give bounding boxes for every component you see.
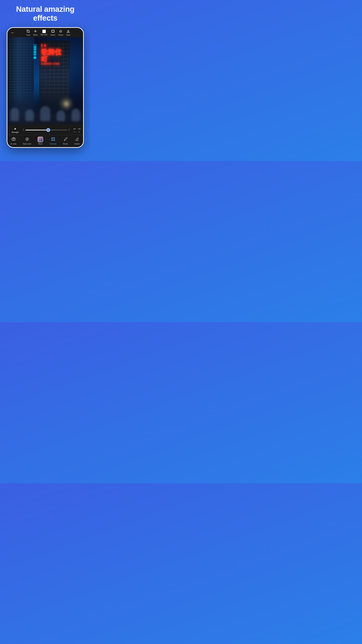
undo-icon: ↩ bbox=[73, 127, 76, 131]
slider-next-button[interactable]: 》 bbox=[68, 128, 71, 132]
ai-auto-tool[interactable]: AI auto bbox=[10, 137, 16, 145]
svg-point-4 bbox=[14, 138, 15, 139]
redo-icon: ↪ bbox=[78, 127, 80, 131]
entire-icon bbox=[51, 30, 55, 34]
reset-label: Reset bbox=[58, 34, 63, 36]
svg-point-6 bbox=[27, 138, 28, 140]
bg-color-icon bbox=[42, 30, 46, 33]
save-tool[interactable]: Save bbox=[66, 30, 70, 36]
strength-sun-icon: ✦ bbox=[14, 127, 16, 131]
toolbar: ← Crop bbox=[7, 28, 83, 37]
image-area: カラオケ館 I ♥ 歌舞伎 町 KABUKI-CHO bbox=[7, 37, 83, 124]
phone-frame: ← Crop bbox=[7, 27, 84, 148]
reset-icon bbox=[59, 30, 62, 34]
person-3 bbox=[40, 106, 50, 121]
slider-fill bbox=[25, 130, 48, 130]
eraser-tool[interactable]: Eraser bbox=[74, 137, 80, 145]
controls-area: ✦ Strength 《 》 ↩ 0 ↪ 0 bbox=[7, 124, 83, 135]
karaoke-sign: カラオケ館 bbox=[33, 44, 37, 55]
strength-tool[interactable]: Strength bbox=[50, 137, 57, 145]
blur1-thumbnail bbox=[38, 137, 43, 142]
brush-icon bbox=[63, 137, 68, 142]
person-5 bbox=[72, 108, 80, 121]
blur1-thumb-image bbox=[38, 137, 43, 142]
auto-color-label: Auto color bbox=[23, 143, 31, 145]
person-1 bbox=[10, 108, 19, 121]
neon-kabukicho-sign: I ♥ 歌舞伎 町 KABUKI-CHO bbox=[41, 43, 61, 65]
entire-tool[interactable]: Entire bbox=[50, 30, 55, 36]
heart-icon: ♥ bbox=[44, 43, 46, 48]
auto-color-icon bbox=[25, 137, 29, 142]
toolbar-tools: Crop Move Bg color bbox=[16, 30, 81, 36]
back-button[interactable]: ← bbox=[10, 30, 16, 35]
svg-rect-8 bbox=[53, 138, 55, 139]
strength-tool-label: Strength bbox=[50, 143, 57, 145]
entire-label: Entire bbox=[50, 34, 55, 36]
bg-color-label: Bg color bbox=[41, 34, 47, 36]
auto-color-tool[interactable]: Auto color bbox=[23, 137, 31, 145]
bg-color-tool[interactable]: Bg color bbox=[41, 30, 47, 36]
blur1-label: Blur1 bbox=[38, 143, 43, 145]
svg-rect-7 bbox=[51, 138, 53, 139]
person-2 bbox=[25, 110, 34, 121]
bottom-toolbar: AI auto Auto color Blur1 bbox=[7, 135, 83, 147]
svg-point-3 bbox=[13, 138, 14, 140]
svg-rect-9 bbox=[51, 140, 53, 141]
eraser-icon bbox=[75, 137, 79, 142]
people-silhouettes bbox=[7, 99, 83, 121]
redo-value: 0 bbox=[79, 131, 80, 133]
headline: Natural amazing effects bbox=[3, 5, 87, 22]
move-tool[interactable]: Move bbox=[33, 30, 38, 36]
photo-background: カラオケ館 I ♥ 歌舞伎 町 KABUKI-CHO bbox=[7, 37, 83, 124]
person-4 bbox=[57, 110, 65, 121]
brush-tool[interactable]: Brush bbox=[63, 137, 68, 145]
eraser-label: Eraser bbox=[74, 143, 80, 145]
slider-thumb[interactable] bbox=[46, 128, 50, 132]
ai-auto-icon bbox=[11, 137, 16, 142]
undo-value: 0 bbox=[74, 131, 75, 133]
strength-label: Strength bbox=[11, 131, 19, 133]
redo-button[interactable]: ↪ 0 bbox=[78, 127, 80, 133]
blur1-tool[interactable]: Blur1 bbox=[38, 137, 43, 145]
slider-prev-button[interactable]: 《 bbox=[21, 128, 24, 132]
save-icon bbox=[67, 30, 70, 34]
move-icon bbox=[34, 30, 37, 34]
move-label: Move bbox=[33, 34, 38, 36]
ai-auto-label: AI auto bbox=[10, 143, 16, 145]
undo-button[interactable]: ↩ 0 bbox=[73, 127, 76, 133]
reset-tool[interactable]: Reset bbox=[58, 30, 63, 36]
crop-tool[interactable]: Crop bbox=[26, 30, 30, 36]
brush-label: Brush bbox=[63, 143, 68, 145]
svg-rect-10 bbox=[53, 140, 55, 141]
strength-grid-icon bbox=[51, 137, 55, 142]
strength-slider[interactable] bbox=[25, 130, 67, 130]
svg-rect-1 bbox=[52, 30, 54, 32]
crop-label: Crop bbox=[26, 34, 30, 36]
save-label: Save bbox=[66, 34, 70, 36]
crop-icon bbox=[26, 30, 30, 34]
